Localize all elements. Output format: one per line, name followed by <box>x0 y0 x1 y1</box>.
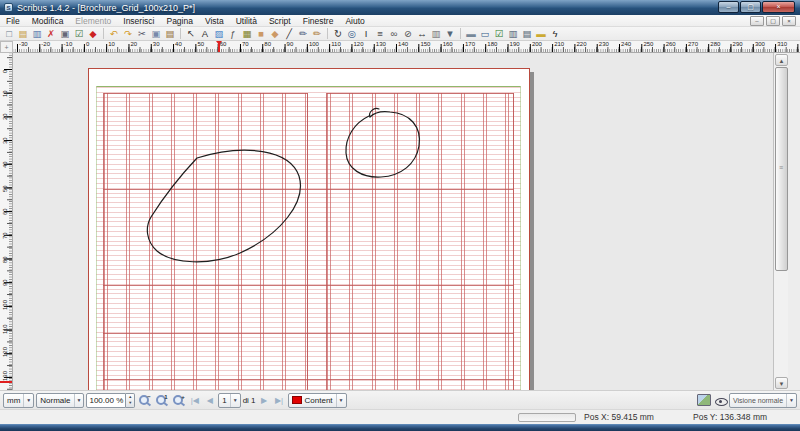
vruler-label: 110 <box>2 324 8 334</box>
scribus-app-icon: S <box>4 3 13 12</box>
hruler-label: 210 <box>554 41 564 47</box>
next-page-button[interactable]: ▶ <box>258 393 271 408</box>
menu-modifica[interactable]: Modifica <box>26 15 70 27</box>
zoom-out-button[interactable]: − <box>137 393 152 408</box>
insert-text-frame-icon[interactable]: A <box>198 27 212 40</box>
menu-file[interactable]: File <box>0 15 26 27</box>
mdi-restore-button[interactable]: ▢ <box>766 16 780 26</box>
pdf-checkbox-icon[interactable]: ☑ <box>492 27 506 40</box>
pdf-text-annotation-icon[interactable]: ▬ <box>534 27 548 40</box>
scroll-down-button[interactable]: ▼ <box>775 377 788 389</box>
export-pdf-icon[interactable]: ◆ <box>86 27 100 40</box>
first-page-button[interactable]: |◀ <box>188 393 201 408</box>
story-editor-icon[interactable]: ≡ <box>373 27 387 40</box>
hruler-label: 0 <box>86 41 89 47</box>
menu-script[interactable]: Script <box>263 15 297 27</box>
spinner-arrows[interactable]: ▲▼ <box>126 393 135 408</box>
unlink-text-frames-icon[interactable]: ⊘ <box>401 27 415 40</box>
eye-dropper-icon[interactable]: ▼ <box>443 27 457 40</box>
vruler-label: 90 <box>2 276 8 286</box>
prev-page-button[interactable]: ◀ <box>203 393 216 408</box>
horizontal-ruler[interactable]: -30-20-100102030405060708090100110120130… <box>13 41 800 53</box>
freehand-shape-blob[interactable] <box>147 150 300 262</box>
zoom-in-button[interactable]: + <box>171 393 186 408</box>
insert-table-icon[interactable]: ▦ <box>240 27 254 40</box>
toolbar-separator <box>460 28 461 39</box>
vruler-label: 50 <box>2 182 8 192</box>
preflight-verifier-icon[interactable]: ☑ <box>72 27 86 40</box>
zoom-tool-icon[interactable]: ◎ <box>345 27 359 40</box>
measurements-icon[interactable]: ↔ <box>415 27 429 40</box>
vertical-scrollbar[interactable]: ▲ ▼ <box>773 53 788 390</box>
copy-icon[interactable]: ▣ <box>149 27 163 40</box>
toolbar-separator <box>327 28 328 39</box>
maximize-button[interactable]: ▢ <box>740 1 761 13</box>
copy-item-properties-icon[interactable]: ▥ <box>429 27 443 40</box>
progress-bar <box>518 413 576 422</box>
close-document-icon[interactable]: ✗ <box>44 27 58 40</box>
insert-bezier-icon[interactable]: ✏ <box>296 27 310 40</box>
titlebar[interactable]: S Scribus 1.4.2 - [Brochure_Grid_100x210… <box>0 0 800 15</box>
insert-shape-icon[interactable]: ■ <box>254 27 268 40</box>
menu-inserisci[interactable]: Inserisci <box>117 15 160 27</box>
zoom-level-spinbox[interactable]: 100.00 % ▲▼ <box>86 393 135 408</box>
insert-freehand-icon[interactable]: ✏ <box>310 27 324 40</box>
quality-select[interactable]: Normale ▼ <box>36 393 84 408</box>
hruler-label: 200 <box>532 41 542 47</box>
pdf-combo-box-icon[interactable]: ▥ <box>506 27 520 40</box>
hruler-label: 100 <box>309 41 319 47</box>
open-document-icon[interactable]: ▤ <box>16 27 30 40</box>
redo-icon[interactable]: ↷ <box>121 27 135 40</box>
vertical-ruler[interactable]: 0102030405060708090100110120130 <box>0 53 13 390</box>
insert-image-frame-icon[interactable]: ▨ <box>212 27 226 40</box>
mdi-minimize-button[interactable]: – <box>750 16 764 26</box>
select-item-icon[interactable]: ↖ <box>184 27 198 40</box>
rotate-item-icon[interactable]: ↻ <box>331 27 345 40</box>
pdf-list-box-icon[interactable]: ▤ <box>520 27 534 40</box>
scrollbar-thumb[interactable] <box>775 67 788 271</box>
menu-aiuto[interactable]: Aiuto <box>339 15 370 27</box>
ruler-origin-button[interactable]: + <box>0 41 13 53</box>
cut-icon[interactable]: ✂ <box>135 27 149 40</box>
windows-taskbar-edge[interactable] <box>0 424 800 431</box>
zoom-reset-button[interactable]: 1 <box>154 393 169 408</box>
close-button[interactable]: × <box>762 1 795 13</box>
insert-polygon-icon[interactable]: ◆ <box>268 27 282 40</box>
undo-icon[interactable]: ↶ <box>107 27 121 40</box>
edit-contents-icon[interactable]: I <box>359 27 373 40</box>
print-document-icon[interactable]: ▣ <box>58 27 72 40</box>
insert-render-frame-icon[interactable]: ƒ <box>226 27 240 40</box>
page-number-select[interactable]: 1 ▼ <box>218 393 240 408</box>
menu-finestre[interactable]: Finestre <box>297 15 340 27</box>
pdf-text-field-icon[interactable]: ▭ <box>478 27 492 40</box>
scroll-up-button[interactable]: ▲ <box>775 54 788 66</box>
insert-line-icon[interactable]: ╱ <box>282 27 296 40</box>
menu-pagina[interactable]: Pagina <box>160 15 198 27</box>
menubar-items: FileModificaElementoInserisciPaginaVista… <box>0 15 371 27</box>
view-mode-select[interactable]: Visione normale ▼ <box>729 393 797 408</box>
hruler-label: 230 <box>599 41 609 47</box>
minimize-button[interactable]: – <box>718 1 739 13</box>
save-document-icon[interactable]: ▥ <box>30 27 44 40</box>
hruler-label: 250 <box>643 41 653 47</box>
link-text-frames-icon[interactable]: ∞ <box>387 27 401 40</box>
menu-vista[interactable]: Vista <box>199 15 230 27</box>
document-canvas[interactable] <box>13 53 773 390</box>
layer-select[interactable]: Content ▼ <box>288 393 347 408</box>
menu-utilità[interactable]: Utilità <box>230 15 263 27</box>
toggle-images-icon[interactable] <box>697 394 711 406</box>
freehand-shape-circle[interactable] <box>346 109 420 178</box>
scribus-window: S Scribus 1.4.2 - [Brochure_Grid_100x210… <box>0 0 800 431</box>
pdf-push-button-icon[interactable]: ▬ <box>464 27 478 40</box>
new-document-icon[interactable]: □ <box>2 27 16 40</box>
menu-elemento[interactable]: Elemento <box>69 15 117 27</box>
vruler-label: 120 <box>2 347 8 357</box>
page-count-label: di 1 <box>243 396 256 405</box>
mdi-controls: –▢× <box>750 16 796 26</box>
last-page-button[interactable]: ▶| <box>273 393 286 408</box>
paste-icon[interactable]: ▤ <box>163 27 177 40</box>
unit-select[interactable]: mm ▼ <box>3 393 34 408</box>
lightning-icon[interactable]: ϟ <box>548 27 562 40</box>
mdi-close-button[interactable]: × <box>782 16 796 26</box>
preview-mode-icon[interactable] <box>713 394 727 406</box>
